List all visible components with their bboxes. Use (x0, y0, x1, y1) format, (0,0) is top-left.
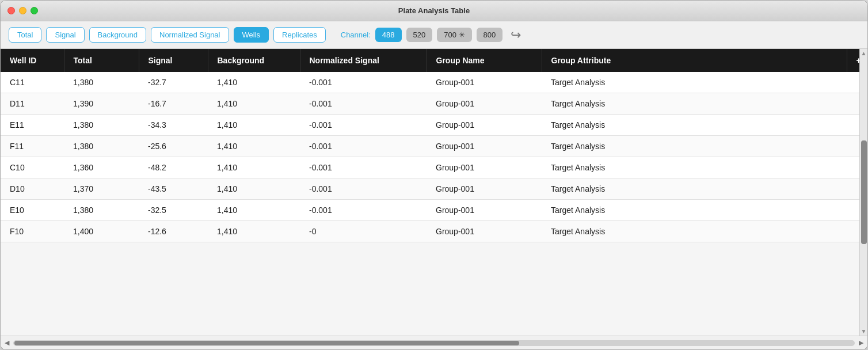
scroll-down-arrow[interactable]: ▼ (860, 327, 867, 336)
channel-700[interactable]: 700 ✳ (437, 28, 471, 42)
cell-total: 1,370 (64, 178, 139, 200)
table-row: E11 1,380 -34.3 1,410 -0.001 Group-001 T… (1, 115, 867, 136)
table-row: F10 1,400 -12.6 1,410 -0 Group-001 Targe… (1, 221, 867, 242)
table-header-row: Well ID Total Signal Background Normaliz… (1, 49, 867, 72)
close-button[interactable] (7, 7, 15, 14)
app-window: Plate Analysis Table Total Signal Backgr… (0, 0, 868, 350)
cell-total: 1,380 (64, 200, 139, 221)
cell-well-id: C10 (1, 157, 64, 178)
header-signal: Signal (139, 49, 208, 72)
horizontal-scrollbar-bar: ◀ ▶ (1, 336, 867, 349)
cell-background: 1,410 (208, 221, 300, 242)
cell-norm-signal: -0.001 (300, 200, 427, 221)
tab-replicates[interactable]: Replicates (273, 27, 326, 43)
cell-total: 1,400 (64, 221, 139, 242)
cell-norm-signal: -0 (300, 221, 427, 242)
cell-background: 1,410 (208, 157, 300, 178)
cell-background: 1,410 (208, 200, 300, 221)
cell-signal: -48.2 (139, 157, 208, 178)
cell-group-attr: Target Analysis (542, 72, 847, 93)
cell-group-attr: Target Analysis (542, 178, 847, 200)
cell-well-id: D10 (1, 178, 64, 200)
cell-total: 1,380 (64, 115, 139, 136)
traffic-lights (7, 7, 38, 14)
cell-total: 1,380 (64, 72, 139, 93)
tab-total[interactable]: Total (9, 27, 41, 43)
window-title: Plate Analysis Table (398, 6, 470, 15)
cell-group-attr: Target Analysis (542, 136, 847, 157)
cell-group-name: Group-001 (427, 72, 542, 93)
table-row: F11 1,380 -25.6 1,410 -0.001 Group-001 T… (1, 136, 867, 157)
cell-total: 1,360 (64, 157, 139, 178)
cell-well-id: D11 (1, 93, 64, 115)
cell-signal: -16.7 (139, 93, 208, 115)
cell-total: 1,390 (64, 93, 139, 115)
cell-signal: -32.7 (139, 72, 208, 93)
cell-well-id: E11 (1, 115, 64, 136)
channel-label: Channel: (341, 31, 371, 39)
cell-group-name: Group-001 (427, 115, 542, 136)
cell-well-id: F10 (1, 221, 64, 242)
cell-background: 1,410 (208, 72, 300, 93)
scroll-up-arrow[interactable]: ▲ (860, 49, 867, 58)
cell-well-id: C11 (1, 72, 64, 93)
scroll-left-arrow[interactable]: ◀ (3, 339, 11, 347)
table-row: D11 1,390 -16.7 1,410 -0.001 Group-001 T… (1, 93, 867, 115)
table-row: C10 1,360 -48.2 1,410 -0.001 Group-001 T… (1, 157, 867, 178)
cell-signal: -43.5 (139, 178, 208, 200)
hscroll-track[interactable] (13, 340, 855, 346)
header-well-id: Well ID (1, 49, 64, 72)
cell-group-attr: Target Analysis (542, 200, 847, 221)
cell-group-name: Group-001 (427, 221, 542, 242)
cell-total: 1,380 (64, 136, 139, 157)
cell-group-attr: Target Analysis (542, 221, 847, 242)
cell-group-name: Group-001 (427, 200, 542, 221)
header-normalized-signal: Normalized Signal (300, 49, 427, 72)
cell-background: 1,410 (208, 178, 300, 200)
data-table: Well ID Total Signal Background Normaliz… (1, 49, 867, 242)
tab-signal[interactable]: Signal (46, 27, 84, 43)
cell-signal: -34.3 (139, 115, 208, 136)
vertical-scrollbar[interactable]: ▲ ▼ (859, 49, 867, 336)
tab-normalized-signal[interactable]: Normalized Signal (151, 27, 229, 43)
scroll-right-arrow[interactable]: ▶ (857, 339, 865, 347)
cell-group-attr: Target Analysis (542, 157, 847, 178)
table-row: D10 1,370 -43.5 1,410 -0.001 Group-001 T… (1, 178, 867, 200)
channel-520[interactable]: 520 (406, 28, 433, 42)
table-scroll-area: Well ID Total Signal Background Normaliz… (1, 49, 867, 336)
cell-signal: -12.6 (139, 221, 208, 242)
tab-background[interactable]: Background (89, 27, 146, 43)
minimize-button[interactable] (19, 7, 26, 14)
cell-group-name: Group-001 (427, 136, 542, 157)
export-button[interactable]: ↪ (511, 28, 521, 43)
table-wrapper: Well ID Total Signal Background Normaliz… (1, 49, 867, 349)
cell-group-name: Group-001 (427, 93, 542, 115)
header-group-attribute: Group Attribute (542, 49, 847, 72)
cell-background: 1,410 (208, 136, 300, 157)
channel-800[interactable]: 800 (477, 28, 503, 42)
header-background: Background (208, 49, 300, 72)
title-bar: Plate Analysis Table (1, 1, 867, 21)
tab-wells[interactable]: Wells (234, 27, 269, 43)
cell-background: 1,410 (208, 93, 300, 115)
hscroll-thumb[interactable] (14, 341, 519, 345)
cell-norm-signal: -0.001 (300, 115, 427, 136)
cell-norm-signal: -0.001 (300, 136, 427, 157)
header-total: Total (64, 49, 139, 72)
cell-group-name: Group-001 (427, 157, 542, 178)
cell-group-attr: Target Analysis (542, 93, 847, 115)
cell-signal: -25.6 (139, 136, 208, 157)
table-row: C11 1,380 -32.7 1,410 -0.001 Group-001 T… (1, 72, 867, 93)
maximize-button[interactable] (31, 7, 38, 14)
cell-well-id: E10 (1, 200, 64, 221)
cell-norm-signal: -0.001 (300, 93, 427, 115)
scroll-thumb-v[interactable] (861, 140, 867, 244)
cell-norm-signal: -0.001 (300, 157, 427, 178)
cell-group-name: Group-001 (427, 178, 542, 200)
header-group-name: Group Name (427, 49, 542, 72)
channel-488[interactable]: 488 (375, 28, 402, 42)
toolbar: Total Signal Background Normalized Signa… (1, 21, 867, 49)
table-row: E10 1,380 -32.5 1,410 -0.001 Group-001 T… (1, 200, 867, 221)
cell-well-id: F11 (1, 136, 64, 157)
cell-norm-signal: -0.001 (300, 178, 427, 200)
